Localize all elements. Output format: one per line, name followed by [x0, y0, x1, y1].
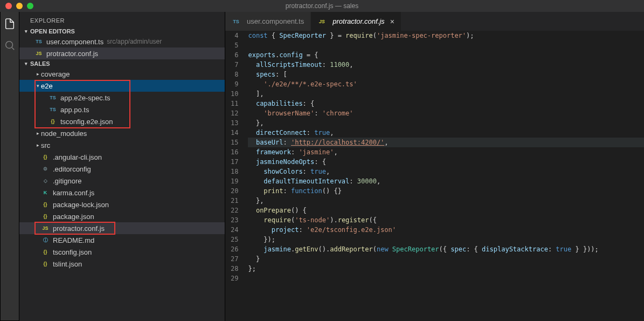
file-icon: TS [34, 37, 43, 46]
open-editors-header[interactable]: ▾ OPEN EDITORS [19, 27, 225, 36]
open-editor-item[interactable]: JSprotractor.conf.js [19, 47, 225, 59]
file-item[interactable]: ▸JSprotractor.conf.js [19, 222, 225, 234]
file-icon: TS [49, 93, 57, 102]
file-icon: JS [41, 224, 50, 233]
window-title: protractor.conf.js — sales [286, 2, 358, 10]
project-header[interactable]: ▾ SALES [19, 59, 225, 68]
file-item[interactable]: ▸TSapp.e2e-spec.ts [19, 92, 225, 104]
editor-tabs: TSuser.component.tsJSprotractor.conf.js× [225, 12, 644, 31]
chevron-icon: ▸ [34, 142, 41, 148]
file-icon: ◇ [41, 176, 50, 185]
file-item[interactable]: ▸Kkarma.conf.js [19, 187, 225, 199]
file-icon: TS [232, 17, 240, 26]
titlebar: protractor.conf.js — sales [0, 0, 644, 12]
file-item[interactable]: ▸{}tsconfig.json [19, 246, 225, 258]
window-controls [0, 3, 33, 9]
minimize-window-button[interactable] [16, 3, 23, 9]
file-icon: TS [49, 105, 57, 114]
code-content[interactable]: const { SpecReporter } = require('jasmin… [248, 31, 644, 321]
file-icon: {} [49, 117, 57, 126]
editor-tab[interactable]: TSuser.component.ts [225, 12, 311, 31]
close-window-button[interactable] [5, 3, 12, 9]
file-icon: {} [41, 259, 50, 268]
editor-area: TSuser.component.tsJSprotractor.conf.js×… [225, 12, 644, 321]
activity-bar [0, 12, 19, 321]
close-tab-icon[interactable]: × [390, 17, 394, 26]
folder-item[interactable]: ▸node_modules [19, 127, 225, 139]
file-icon: JS [34, 49, 43, 58]
file-icon: {} [41, 248, 50, 256]
file-icon: {} [41, 212, 50, 221]
chevron-down-icon: ▾ [23, 61, 29, 66]
search-activity-icon[interactable] [3, 39, 16, 52]
explorer-activity-icon[interactable] [3, 17, 16, 30]
file-item[interactable]: ▸ⓘREADME.md [19, 234, 225, 246]
code-editor[interactable]: 4567891011121314151617181920212223242526… [225, 31, 644, 321]
svg-point-0 [6, 42, 13, 49]
file-icon: {} [41, 153, 50, 161]
file-item[interactable]: ▸{}package.json [19, 210, 225, 222]
file-item[interactable]: ▸{}.angular-cli.json [19, 151, 225, 163]
chevron-icon: ▸ [34, 131, 41, 136]
file-icon: {} [41, 200, 50, 209]
file-item[interactable]: ▸{}package-lock.json [19, 199, 225, 210]
file-icon: ⓘ [41, 236, 50, 244]
line-numbers: 4567891011121314151617181920212223242526… [225, 31, 248, 321]
chevron-icon: ▸ [34, 71, 41, 77]
sidebar: EXPLORER ▾ OPEN EDITORS TSuser.component… [19, 12, 225, 321]
file-item[interactable]: ▸TSapp.po.ts [19, 104, 225, 115]
chevron-icon: ▾ [34, 83, 41, 88]
editor-tab[interactable]: JSprotractor.conf.js× [311, 12, 401, 31]
folder-item[interactable]: ▸src [19, 139, 225, 151]
file-icon: K [41, 188, 50, 197]
file-item[interactable]: ▸◇.gitignore [19, 175, 225, 187]
open-editors-list: TSuser.component.tssrc/app/admin/userJSp… [19, 36, 225, 59]
file-icon: ⚙ [41, 165, 50, 173]
folder-item[interactable]: ▸coverage [19, 68, 225, 80]
sidebar-title: EXPLORER [19, 12, 225, 27]
project-tree: ▸coverage▾e2e▸TSapp.e2e-spec.ts▸TSapp.po… [19, 68, 225, 270]
file-item[interactable]: ▸{}tsconfig.e2e.json [19, 115, 225, 127]
file-item[interactable]: ▸{}tslint.json [19, 258, 225, 270]
file-icon: JS [317, 17, 326, 26]
folder-item[interactable]: ▾e2e [19, 80, 225, 92]
file-item[interactable]: ▸⚙.editorconfig [19, 163, 225, 175]
maximize-window-button[interactable] [27, 3, 33, 9]
chevron-down-icon: ▾ [23, 29, 29, 34]
open-editor-item[interactable]: TSuser.component.tssrc/app/admin/user [19, 36, 225, 47]
